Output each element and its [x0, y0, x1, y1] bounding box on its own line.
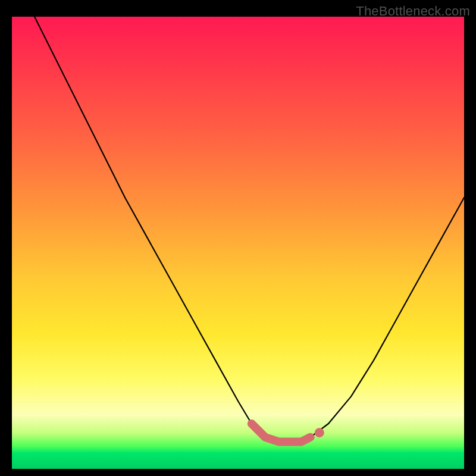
highlight-segment	[252, 424, 311, 441]
plot-area	[12, 17, 464, 469]
watermark-text: TheBottleneck.com	[356, 4, 470, 19]
marker-dot	[315, 428, 324, 437]
curve-layer	[12, 17, 464, 469]
chart-frame: TheBottleneck.com	[0, 0, 476, 476]
bottleneck-curve	[35, 17, 464, 441]
